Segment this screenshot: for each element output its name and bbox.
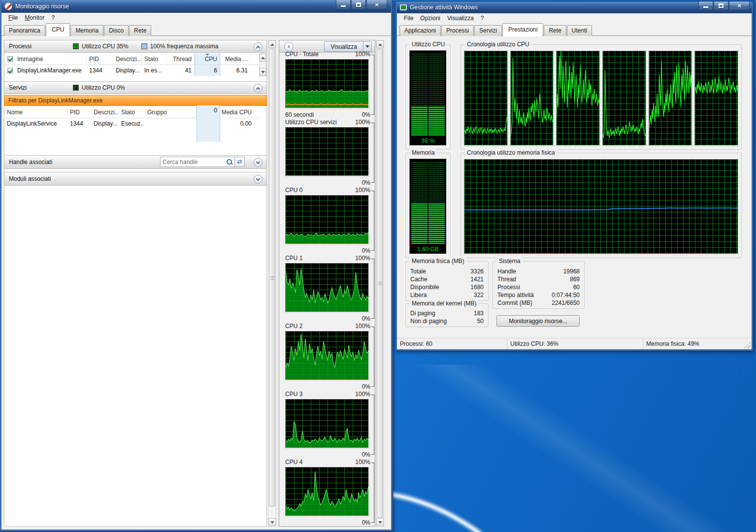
close-button[interactable]: × [366,0,387,9]
menu-help[interactable]: ? [477,14,488,23]
services-section-header[interactable]: Servizi Utilizzo CPU 0% [4,81,267,94]
col-media-cpu[interactable]: Media CPU [220,106,255,118]
handle-refresh-button[interactable]: ⇄ [235,157,245,167]
scrollbar-thumb[interactable] [269,49,275,506]
scroll-up-button[interactable] [260,54,266,62]
stat-label: Thread [497,276,516,284]
tab-cpu[interactable]: CPU [46,23,70,36]
process-name: DisplayLinkManager.exe [15,65,87,76]
col-stato[interactable]: Stato [142,53,166,65]
col-media-cpu[interactable]: Media ... [220,53,251,65]
menu-monitor[interactable]: Monitor [21,13,48,22]
modules-expand-button[interactable] [254,175,263,184]
graphs-panel-scrollbar[interactable] [376,40,384,527]
services-table-header[interactable]: Nome PID Descrizi... Stato Gruppo CPU Me… [4,106,261,118]
tab-memoria[interactable]: Memoria [70,25,103,36]
scroll-down-button[interactable] [268,518,276,526]
col-descrizione[interactable]: Descrizi... [91,106,119,118]
processes-table-header[interactable]: Immagine PID Descrizi... Stato Thread CP… [4,53,259,65]
tab-applicazioni[interactable]: Applicazioni [399,25,441,36]
services-cpu-legend: Utilizzo CPU 0% [73,84,125,91]
menu-visualizza[interactable]: Visualizza [444,14,477,23]
tab-processi[interactable]: Processi [441,25,474,36]
tab-rete[interactable]: Rete [129,25,151,36]
core0-history-graph [464,51,508,146]
thumb-grip [378,281,382,285]
col-cpu[interactable]: CPU [195,53,220,65]
scroll-up-button[interactable] [268,40,276,48]
modules-section-header[interactable]: Moduli associati [4,172,267,186]
wallpaper-light-streak [389,365,754,532]
row-checkbox[interactable] [7,68,13,73]
resmon-app-icon [4,2,12,10]
graph-block-cpu0: CPU 0100% 0% [285,187,375,254]
stat-label: Totale [410,268,426,276]
processes-section-header[interactable]: Processi Utilizzo CPU 35% 100% frequenza… [4,40,267,53]
scroll-down-button[interactable] [376,518,384,526]
scroll-down-button[interactable] [260,68,266,76]
scroll-up-button[interactable] [376,40,384,48]
handles-expand-button[interactable] [254,158,263,167]
menu-file[interactable]: File [400,14,417,23]
menu-file[interactable]: File [5,13,21,22]
services-title: Servizi [9,84,73,91]
resmon-menubar: File Monitor ? [1,13,391,23]
minimize-button[interactable] [698,1,713,10]
scale-bracket [371,191,374,251]
minimize-button[interactable] [336,0,351,9]
taskman-titlebar[interactable]: Gestione attività Windows × [397,1,752,13]
search-icon[interactable] [226,158,233,166]
cpu0-graph [285,195,369,244]
graph-min-label: 0% [362,111,370,118]
collapse-panel-button[interactable]: › [284,42,294,51]
stat-label: Processi [497,284,520,292]
menu-opzioni[interactable]: Opzioni [417,14,444,23]
stat-value: 0:07:44:50 [552,292,580,299]
dropdown-arrow[interactable] [363,42,371,51]
memory-history-group-label: Cronologia utilizzo memoria fisica [465,149,557,156]
scrollbar-thumb[interactable] [377,49,383,518]
service-row-displaylinkservice[interactable]: DisplayLinkService 1344 Display... Esecu… [4,118,261,129]
handle-search-input[interactable] [161,159,226,166]
tab-utenti[interactable]: Utenti [567,25,592,36]
graph-max-label: 100% [355,187,370,195]
tab-rete[interactable]: Rete [544,25,566,36]
resource-monitor-button[interactable]: Monitoraggio risorse... [496,315,580,327]
tab-prestazioni[interactable]: Prestazioni [502,23,543,36]
col-stato[interactable]: Stato [119,106,145,118]
tab-disco[interactable]: Disco [104,25,129,36]
graph-min-label: 0% [362,451,370,458]
services-collapse-button[interactable] [254,84,263,93]
cpu-total-graph [285,59,369,108]
graph-max-label: 100% [355,119,370,127]
processes-table-scrollbar[interactable] [259,53,266,76]
service-name: DisplayLinkService [4,118,67,129]
resmon-titlebar[interactable]: Monitoraggio risorse × [1,0,391,13]
tab-panoramica[interactable]: Panoramica [4,25,45,36]
tab-servizi[interactable]: Servizi [474,25,502,36]
menu-help[interactable]: ? [48,13,58,22]
visualizza-dropdown[interactable]: Visualizza [324,41,372,52]
select-all-checkbox[interactable] [7,56,13,62]
col-gruppo[interactable]: Gruppo [145,106,197,118]
col-descrizione[interactable]: Descrizi... [113,53,142,65]
process-row-displaylinkmanager[interactable]: DisplayLinkManager.exe 1344 Display... I… [4,65,259,76]
col-thread[interactable]: Thread [166,53,195,65]
cpu-history-groupbox: Cronologia utilizzo CPU [460,44,742,150]
col-pid[interactable]: PID [87,53,113,65]
left-pane-scrollbar[interactable] [268,40,276,527]
close-button[interactable]: × [729,1,750,10]
maximize-icon [356,2,361,7]
phys-mem-stats: Totale3326 Cache1421 Disponibile1680 Lib… [410,268,484,299]
modules-title: Moduli associati [9,175,137,182]
processes-collapse-button[interactable] [254,42,263,51]
stat-value: 60 [573,284,580,292]
maximize-button[interactable] [351,0,366,9]
col-nome[interactable]: Nome [4,106,67,118]
col-pid[interactable]: PID [67,106,91,118]
maximize-button[interactable] [714,1,728,10]
col-immagine[interactable]: Immagine [15,53,87,65]
graph-min-label: 0% [362,519,370,526]
stat-value: 1680 [470,284,484,292]
cpu-gauge-value: 36 % [410,137,446,144]
